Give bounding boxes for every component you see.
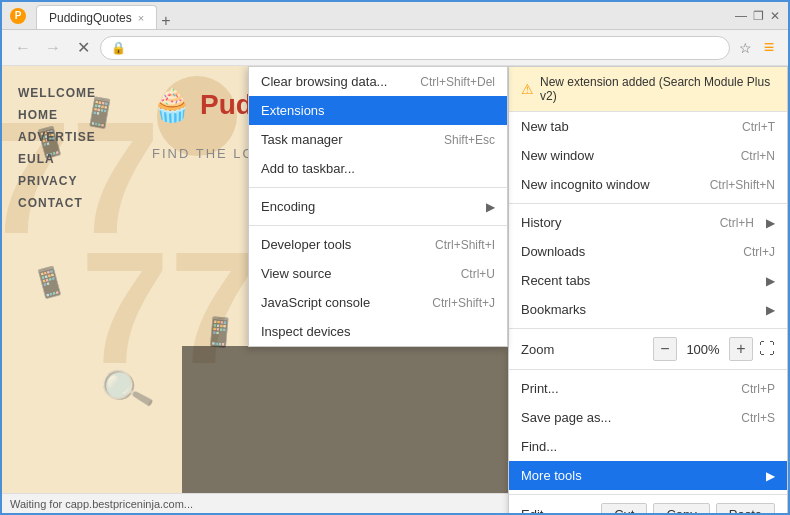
menu-item-label: Encoding [261, 199, 315, 214]
fullscreen-button[interactable]: ⛶ [759, 340, 775, 358]
menu-label: New incognito window [521, 177, 650, 192]
menu-inspect-devices[interactable]: Inspect devices [249, 317, 507, 346]
menu-item-label: Clear browsing data... [261, 74, 387, 89]
menu-notification: ⚠ New extension added (Search Module Plu… [509, 67, 787, 112]
forward-button[interactable]: → [40, 35, 66, 61]
bookmark-icon[interactable]: ☆ [734, 37, 756, 59]
menu-label: New tab [521, 119, 569, 134]
menu-label: Recent tabs [521, 273, 590, 288]
new-tab-button[interactable]: + [161, 13, 170, 29]
menu-incognito[interactable]: New incognito window Ctrl+Shift+N [509, 170, 787, 199]
menu-label: History [521, 215, 561, 230]
notification-icon: ⚠ [521, 81, 534, 97]
menu-history[interactable]: History Ctrl+H▶ [509, 208, 787, 237]
arrow: ▶ [766, 469, 775, 483]
cupcake-icon: 🧁 [152, 86, 192, 124]
minimize-button[interactable]: — [735, 9, 747, 23]
shortcut: Ctrl+J [743, 245, 775, 259]
menu-icon[interactable]: ≡ [758, 37, 780, 59]
zoom-controls: − 100% + ⛶ [653, 337, 775, 361]
menu-js-console[interactable]: JavaScript console Ctrl+Shift+J [249, 288, 507, 317]
more-tools-menu: Clear browsing data... Ctrl+Shift+Del Ex… [248, 66, 508, 347]
stop-button[interactable]: ✕ [70, 35, 96, 61]
menu-item-shortcut: Ctrl+Shift+I [435, 238, 495, 252]
menu-encoding[interactable]: Encoding ▶ [249, 192, 507, 221]
notification-text: New extension added (Search Module Plus … [540, 75, 775, 103]
nav-wellcome[interactable]: WELLCOME [18, 86, 96, 100]
paste-button[interactable]: Paste [716, 503, 775, 513]
menu-extensions[interactable]: Extensions [249, 96, 507, 125]
arrow: ▶ [766, 274, 775, 288]
menu-task-manager[interactable]: Task manager Shift+Esc [249, 125, 507, 154]
menu-add-taskbar[interactable]: Add to taskbar... [249, 154, 507, 183]
restore-button[interactable]: ❐ [753, 9, 764, 23]
menu-item-label: Task manager [261, 132, 343, 147]
menu-label: New window [521, 148, 594, 163]
back-button[interactable]: ← [10, 35, 36, 61]
shortcut: Ctrl+T [742, 120, 775, 134]
close-window-button[interactable]: ✕ [770, 9, 780, 23]
menu-recent-tabs[interactable]: Recent tabs ▶ [509, 266, 787, 295]
nav-home[interactable]: HOME [18, 108, 96, 122]
menu-item-label: Add to taskbar... [261, 161, 355, 176]
menu-label: Bookmarks [521, 302, 586, 317]
menu-item-label: View source [261, 266, 332, 281]
active-tab[interactable]: PuddingQuotes × [36, 5, 157, 29]
toolbar: ← → ✕ 🔒 ☆ ≡ [2, 30, 788, 66]
menu-item-shortcut: Shift+Esc [444, 133, 495, 147]
zoom-in-button[interactable]: + [729, 337, 753, 361]
separator [509, 203, 787, 204]
page-content: 77 77 77 77 📱 📱 📱 📱 📱 🔍 📱 WELLCOME HOME … [2, 66, 788, 513]
separator [509, 369, 787, 370]
zoom-row: Zoom − 100% + ⛶ [509, 333, 787, 365]
menu-print[interactable]: Print... Ctrl+P [509, 374, 787, 403]
menu-item-label: Developer tools [261, 237, 351, 252]
shortcut: Ctrl+Shift+N [710, 178, 775, 192]
zoom-out-button[interactable]: − [653, 337, 677, 361]
tab-label: PuddingQuotes [49, 11, 132, 25]
menu-item-shortcut: Ctrl+Shift+J [432, 296, 495, 310]
menu-new-window[interactable]: New window Ctrl+N [509, 141, 787, 170]
menu-new-tab[interactable]: New tab Ctrl+T [509, 112, 787, 141]
browser-icon: P [10, 8, 26, 24]
menu-developer-tools[interactable]: Developer tools Ctrl+Shift+I [249, 230, 507, 259]
submenu-arrow: ▶ [486, 200, 495, 214]
shortcut: Ctrl+H [720, 216, 754, 230]
menu-item-shortcut: Ctrl+U [461, 267, 495, 281]
toolbar-icons: ☆ ≡ [734, 37, 780, 59]
zoom-value: 100% [683, 342, 723, 357]
nav-advertise[interactable]: ADVERTISE [18, 130, 96, 144]
menu-save-page[interactable]: Save page as... Ctrl+S [509, 403, 787, 432]
menu-label: Save page as... [521, 410, 611, 425]
menu-item-shortcut: Ctrl+Shift+Del [420, 75, 495, 89]
menu-label: Find... [521, 439, 557, 454]
window-controls: — ❐ ✕ [735, 9, 780, 23]
nav-contact[interactable]: CONTACT [18, 196, 96, 210]
nav-eula[interactable]: EULA [18, 152, 96, 166]
close-tab-button[interactable]: × [138, 12, 144, 24]
arrow: ▶ [766, 303, 775, 317]
browser-window: P PuddingQuotes × + — ❐ ✕ ← → ✕ 🔒 ☆ ≡ [0, 0, 790, 515]
zoom-label: Zoom [521, 342, 554, 357]
address-bar[interactable]: 🔒 [100, 36, 730, 60]
cut-button[interactable]: Cut [601, 503, 647, 513]
menu-more-tools[interactable]: More tools ▶ [509, 461, 787, 490]
shortcut: Ctrl+N [741, 149, 775, 163]
menu-downloads[interactable]: Downloads Ctrl+J [509, 237, 787, 266]
separator [249, 225, 507, 226]
menu-find[interactable]: Find... [509, 432, 787, 461]
chrome-menu: ⚠ New extension added (Search Module Plu… [508, 66, 788, 513]
menu-clear-browsing[interactable]: Clear browsing data... Ctrl+Shift+Del [249, 67, 507, 96]
lock-icon: 🔒 [111, 41, 126, 55]
copy-button[interactable]: Copy [653, 503, 709, 513]
separator [509, 494, 787, 495]
status-text: Waiting for capp.bestpriceninja.com... [10, 498, 193, 510]
menu-label: More tools [521, 468, 582, 483]
site-nav: WELLCOME HOME ADVERTISE EULA PRIVACY CON… [2, 66, 112, 230]
menu-view-source[interactable]: View source Ctrl+U [249, 259, 507, 288]
nav-privacy[interactable]: PRIVACY [18, 174, 96, 188]
menu-bookmarks[interactable]: Bookmarks ▶ [509, 295, 787, 324]
menu-item-label: JavaScript console [261, 295, 370, 310]
shortcut: Ctrl+S [741, 411, 775, 425]
edit-label: Edit [521, 507, 543, 513]
